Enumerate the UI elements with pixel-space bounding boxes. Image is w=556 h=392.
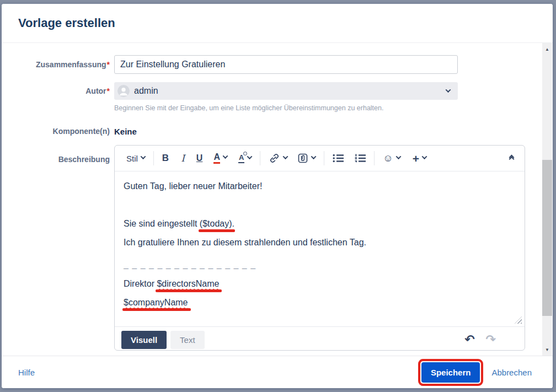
italic-icon: I: [181, 153, 185, 164]
undo-button[interactable]: ↶: [464, 334, 474, 346]
footer-actions: Speichern Abbrechen: [418, 359, 532, 386]
editor-content-area[interactable]: Guten Tag, lieber neuer Mitarbeiter! Sie…: [115, 171, 525, 326]
insert-more-dropdown[interactable]: +: [410, 151, 429, 167]
attachment-icon: [297, 153, 308, 164]
tab-text[interactable]: Text: [170, 331, 205, 349]
cancel-link[interactable]: Abbrechen: [491, 368, 532, 377]
more-formatting-dropdown[interactable]: A: [236, 151, 254, 165]
directors-name-variable-annotated: $directorsName: [157, 279, 219, 288]
required-asterisk: *: [107, 60, 110, 69]
author-label: Autor*: [2, 87, 114, 96]
hired-period: .: [232, 219, 234, 228]
italic-button[interactable]: I: [178, 151, 188, 166]
paragraph-blank: [124, 198, 516, 212]
components-value: Keine: [114, 127, 137, 136]
components-row: Komponente(n) Keine: [2, 127, 531, 136]
company-name-variable-annotated: $companyName: [124, 298, 188, 307]
scroll-down-button[interactable]: ▼: [542, 346, 552, 355]
text-color-dropdown[interactable]: A: [211, 151, 230, 167]
numbered-list-button[interactable]: [352, 152, 368, 165]
author-value: admin: [134, 86, 158, 96]
toolbar-divider: [260, 151, 260, 165]
emoji-icon: ☺: [383, 153, 393, 163]
attachment-dropdown[interactable]: [295, 151, 318, 166]
chevron-down-icon: [247, 154, 253, 159]
editor-footer: Visuell Text ↶ ↷: [115, 326, 525, 350]
editor-toolbar: Stil B I U A A: [115, 146, 525, 171]
numbered-list-icon: [355, 154, 366, 163]
collapse-toolbar-button[interactable]: [507, 154, 516, 162]
paragraph-director: Direktor $directorsName: [124, 277, 516, 291]
summary-row: Zusammenfassung*: [2, 55, 531, 74]
scrollbar-thumb[interactable]: [542, 160, 552, 316]
dialog-body: Zusammenfassung* Autor* admin Beginnen S…: [2, 43, 553, 356]
chevron-down-icon: [446, 87, 451, 93]
style-dropdown[interactable]: Stil: [124, 152, 148, 165]
paragraph-greeting: Guten Tag, lieber neuer Mitarbeiter!: [124, 179, 516, 193]
underline-button[interactable]: U: [194, 151, 206, 165]
chevron-down-icon: [223, 154, 228, 159]
dialog-title: Vorlage erstellen: [18, 16, 115, 30]
description-label: Beschreibung: [2, 145, 114, 164]
author-helper-text: Beginnen Sie mit der Eingabe, um eine Li…: [114, 104, 531, 112]
chevron-down-icon: [140, 154, 146, 159]
description-row: Beschreibung Stil B I U A: [2, 145, 531, 351]
bold-icon: B: [162, 153, 169, 164]
chevron-down-icon: [283, 154, 288, 159]
toolbar-divider: [153, 151, 154, 165]
create-template-dialog: Vorlage erstellen Zusammenfassung* Autor…: [2, 4, 553, 388]
paragraph-company: $companyName: [124, 296, 516, 309]
link-icon: [269, 153, 280, 163]
redo-button[interactable]: ↷: [486, 334, 496, 346]
paragraph-hired: Sie sind eingestellt ($today).: [124, 217, 516, 230]
style-dropdown-label: Stil: [126, 154, 138, 163]
tab-visuell[interactable]: Visuell: [121, 331, 167, 349]
user-avatar-icon: [117, 85, 130, 97]
summary-label-text: Zusammenfassung: [36, 60, 106, 69]
author-label-text: Autor: [85, 87, 106, 95]
formatting-icon: A: [238, 153, 244, 163]
save-button[interactable]: Speichern: [421, 362, 480, 383]
dialog-footer: Hilfe Speichern Abbrechen: [2, 356, 553, 388]
underline-icon: U: [196, 153, 203, 163]
emoji-dropdown[interactable]: ☺: [380, 151, 403, 165]
chevron-down-icon: [422, 154, 427, 159]
director-text: Direktor: [124, 279, 157, 288]
components-label: Komponente(n): [2, 127, 114, 136]
chevron-down-icon: [395, 154, 401, 159]
link-dropdown[interactable]: [266, 151, 290, 165]
dialog-header: Vorlage erstellen: [2, 4, 553, 43]
annotation-highlight-box: Speichern: [418, 359, 484, 386]
chevron-down-icon: [311, 154, 317, 159]
text-color-icon: A: [213, 153, 220, 164]
bullet-list-button[interactable]: [330, 152, 346, 165]
description-editor: Stil B I U A A: [114, 145, 525, 351]
plus-icon: +: [413, 153, 419, 164]
summary-input[interactable]: [114, 55, 458, 74]
help-link[interactable]: Hilfe: [18, 368, 35, 377]
toolbar-divider: [374, 151, 375, 165]
author-row: Autor* admin: [2, 82, 531, 100]
toolbar-divider: [324, 151, 324, 165]
bullet-list-icon: [333, 154, 344, 163]
author-select[interactable]: admin: [114, 82, 458, 100]
paragraph-congrats: Ich gratuliere Ihnen zu diesem strahlend…: [124, 235, 516, 249]
scroll-up-button[interactable]: ▲: [542, 45, 552, 54]
history-buttons: ↶ ↷: [464, 334, 496, 346]
today-variable-annotated: ($today): [200, 219, 232, 228]
signature-divider: _ _ _ _ _ _ _ _ _ _ _ _ _ _ _ _: [124, 258, 516, 272]
required-asterisk: *: [107, 87, 110, 95]
resize-handle[interactable]: [515, 316, 522, 324]
dialog-scrollbar[interactable]: ▲ ▼: [542, 43, 552, 356]
bold-button[interactable]: B: [159, 151, 172, 166]
hired-text: Sie sind eingestellt: [124, 219, 200, 228]
summary-label: Zusammenfassung*: [2, 60, 114, 69]
